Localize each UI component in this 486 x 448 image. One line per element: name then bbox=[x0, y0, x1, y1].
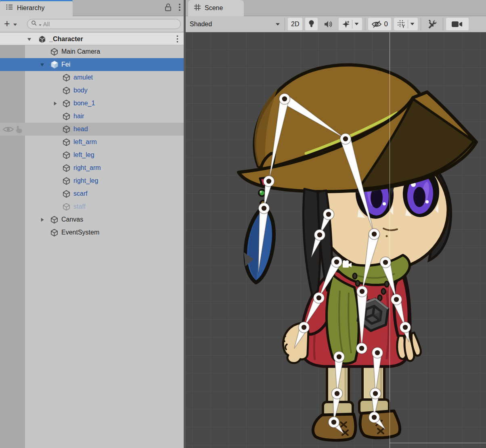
tree-row-label: Fei bbox=[61, 58, 70, 71]
cube-icon bbox=[62, 136, 71, 149]
unity-editor-window: Hierarchy + bbox=[0, 0, 486, 448]
hierarchy-search-field[interactable] bbox=[27, 19, 181, 29]
cube-icon bbox=[62, 149, 71, 161]
audio-toggle-button[interactable] bbox=[321, 18, 336, 30]
search-input[interactable] bbox=[43, 21, 177, 27]
unlock-icon[interactable] bbox=[164, 3, 172, 13]
focused-tab-stripe bbox=[0, 0, 73, 1]
tree-row-right_arm[interactable]: right_arm bbox=[0, 161, 185, 174]
tree-row-label: right_arm bbox=[73, 161, 101, 174]
scene-panel: Scene Shaded 2D bbox=[185, 0, 486, 448]
expander-closed-icon[interactable] bbox=[40, 213, 45, 226]
scene-toolbar: Shaded 2D bbox=[185, 16, 486, 32]
tab-hierarchy[interactable]: Hierarchy bbox=[0, 0, 73, 16]
speaker-icon bbox=[324, 20, 333, 28]
camera-icon bbox=[451, 21, 463, 28]
tree-row-label: _Character bbox=[49, 33, 83, 46]
expander-open-icon[interactable] bbox=[40, 58, 45, 71]
eye-icon[interactable] bbox=[3, 123, 14, 136]
expander-closed-icon[interactable] bbox=[52, 97, 58, 110]
tree-row-bone_1[interactable]: bone_1 bbox=[0, 97, 185, 110]
eye-off-icon bbox=[371, 20, 382, 28]
draw-mode-label: Shaded bbox=[190, 21, 212, 28]
tab-hierarchy-label: Hierarchy bbox=[17, 4, 44, 12]
tree-row-label: scarf bbox=[73, 187, 88, 200]
cube-icon bbox=[62, 200, 71, 213]
tree-row-canvas[interactable]: Canvas bbox=[0, 213, 185, 226]
toolbar-separator bbox=[421, 18, 421, 31]
tree-row-left_leg[interactable]: left_leg bbox=[0, 149, 185, 161]
tree-row-eventsystem[interactable]: EventSystem bbox=[0, 226, 185, 239]
list-icon bbox=[6, 3, 13, 13]
tree-row-_character[interactable]: _Character bbox=[0, 33, 185, 45]
wrench-screwdriver-icon bbox=[427, 19, 437, 29]
cube-icon bbox=[50, 226, 59, 239]
tree-row-label: head bbox=[73, 123, 88, 136]
chevron-down-icon[interactable] bbox=[354, 23, 359, 25]
tree-row-label: bone_1 bbox=[73, 97, 95, 110]
cube-icon bbox=[62, 187, 71, 200]
tree-row-fei[interactable]: Fei bbox=[0, 58, 185, 71]
pick-hand-icon[interactable] bbox=[15, 123, 23, 136]
hidden-objects-button[interactable]: 0 bbox=[368, 18, 391, 30]
camera-overlay-button[interactable] bbox=[446, 18, 469, 30]
chevron-down-icon[interactable] bbox=[410, 23, 415, 25]
2d-toggle-button[interactable]: 2D bbox=[288, 18, 302, 30]
tree-row-label: right_leg bbox=[73, 174, 98, 187]
scene-viewport[interactable] bbox=[185, 32, 486, 448]
component-tools-button[interactable] bbox=[424, 18, 440, 30]
tree-row-left_arm[interactable]: left_arm bbox=[0, 136, 185, 149]
add-gameobject-button[interactable]: + bbox=[4, 19, 10, 29]
cube-icon bbox=[62, 84, 71, 97]
kebab-menu-icon[interactable] bbox=[176, 33, 178, 45]
tree-row-staff[interactable]: staff bbox=[0, 200, 185, 213]
tree-row-label: left_leg bbox=[73, 149, 94, 161]
scene-tabbar: Scene bbox=[185, 0, 486, 16]
cube-icon bbox=[62, 123, 71, 136]
tree-row-label: amulet bbox=[73, 71, 93, 84]
tab-scene[interactable]: Scene bbox=[188, 0, 244, 16]
tree-row-label: left_arm bbox=[73, 136, 97, 149]
tree-row-hair[interactable]: hair bbox=[0, 110, 185, 123]
expander-open-icon[interactable] bbox=[27, 33, 32, 46]
grid-icon bbox=[194, 4, 201, 13]
tree-row-label: body bbox=[73, 84, 88, 97]
add-dropdown-caret-icon[interactable] bbox=[13, 21, 17, 28]
2d-label: 2D bbox=[291, 21, 299, 28]
search-filter-caret-icon bbox=[39, 21, 42, 28]
tree-row-amulet[interactable]: amulet bbox=[0, 71, 185, 84]
cube-icon bbox=[62, 97, 71, 110]
cube-icon bbox=[50, 45, 59, 58]
panel-divider[interactable] bbox=[184, 0, 186, 448]
tab-scene-label: Scene bbox=[205, 4, 223, 12]
tree-row-body[interactable]: body bbox=[0, 84, 185, 97]
cube-icon bbox=[62, 110, 71, 123]
hierarchy-tree: _CharacterMain CameraFeiamuletbodybone_1… bbox=[0, 32, 185, 448]
camera-icon bbox=[343, 260, 352, 268]
grid-visibility-button[interactable]: Y bbox=[394, 18, 418, 30]
bone-gizmos[interactable] bbox=[185, 32, 486, 448]
cube-icon bbox=[62, 174, 71, 187]
svg-text:Y: Y bbox=[402, 24, 405, 28]
kebab-menu-icon[interactable] bbox=[178, 3, 181, 13]
cube-icon bbox=[62, 161, 71, 174]
hidden-count: 0 bbox=[384, 20, 388, 28]
lighting-toggle-button[interactable] bbox=[305, 18, 318, 30]
draw-mode-dropdown[interactable]: Shaded bbox=[188, 21, 282, 28]
sparkle-icon bbox=[342, 20, 350, 28]
button-divider bbox=[408, 20, 408, 29]
hierarchy-panel: Hierarchy + bbox=[0, 0, 185, 448]
prefab-model-icon bbox=[50, 58, 59, 71]
tree-row-head[interactable]: head bbox=[0, 123, 185, 136]
tree-row-scarf[interactable]: scarf bbox=[0, 187, 185, 200]
toolbar-separator bbox=[285, 18, 285, 31]
tree-row-right_leg[interactable]: right_leg bbox=[0, 174, 185, 187]
effects-dropdown-button[interactable] bbox=[339, 18, 362, 30]
tree-row-main camera[interactable]: Main Camera bbox=[0, 45, 185, 58]
bulb-icon bbox=[308, 20, 314, 28]
unity-logo-icon bbox=[38, 33, 46, 46]
tree-row-label: hair bbox=[73, 110, 84, 123]
tree-row-label: EventSystem bbox=[61, 226, 99, 239]
chevron-down-icon bbox=[275, 23, 280, 26]
hierarchy-toolbar: + bbox=[0, 16, 185, 32]
